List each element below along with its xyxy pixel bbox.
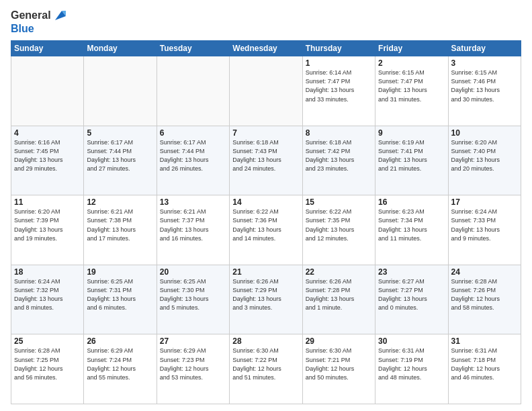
day-number: 14 — [232, 197, 299, 207]
calendar-cell: 29Sunrise: 6:30 AM Sunset: 7:21 PM Dayli… — [302, 334, 375, 404]
calendar-cell — [230, 56, 302, 126]
calendar-cell: 20Sunrise: 6:25 AM Sunset: 7:30 PM Dayli… — [157, 265, 229, 334]
day-info: Sunrise: 6:28 AM Sunset: 7:26 PM Dayligh… — [451, 277, 518, 312]
day-info: Sunrise: 6:14 AM Sunset: 7:47 PM Dayligh… — [306, 68, 372, 103]
day-number: 31 — [451, 336, 518, 346]
day-number: 18 — [14, 267, 81, 277]
logo-text: General Blue — [11, 8, 67, 35]
calendar-cell: 15Sunrise: 6:22 AM Sunset: 7:35 PM Dayli… — [302, 195, 375, 265]
day-number: 12 — [87, 197, 153, 207]
day-number: 2 — [378, 58, 445, 68]
day-info: Sunrise: 6:25 AM Sunset: 7:30 PM Dayligh… — [160, 277, 226, 312]
calendar-week-1: 1Sunrise: 6:14 AM Sunset: 7:47 PM Daylig… — [11, 56, 521, 126]
calendar-cell: 14Sunrise: 6:22 AM Sunset: 7:36 PM Dayli… — [230, 195, 302, 265]
calendar-cell: 28Sunrise: 6:30 AM Sunset: 7:22 PM Dayli… — [230, 334, 302, 404]
calendar-cell: 13Sunrise: 6:21 AM Sunset: 7:37 PM Dayli… — [157, 195, 229, 265]
calendar-cell: 17Sunrise: 6:24 AM Sunset: 7:33 PM Dayli… — [448, 195, 521, 265]
day-number: 3 — [451, 58, 518, 68]
calendar-cell — [84, 56, 157, 126]
day-info: Sunrise: 6:29 AM Sunset: 7:23 PM Dayligh… — [160, 347, 226, 381]
day-number: 10 — [451, 128, 518, 138]
day-number: 5 — [87, 128, 153, 138]
day-number: 21 — [232, 267, 299, 277]
day-info: Sunrise: 6:17 AM Sunset: 7:44 PM Dayligh… — [160, 138, 226, 173]
day-info: Sunrise: 6:19 AM Sunset: 7:41 PM Dayligh… — [378, 138, 445, 173]
calendar-cell: 25Sunrise: 6:28 AM Sunset: 7:25 PM Dayli… — [11, 334, 84, 404]
day-info: Sunrise: 6:26 AM Sunset: 7:29 PM Dayligh… — [232, 277, 299, 312]
day-number: 19 — [87, 267, 153, 277]
calendar-cell: 27Sunrise: 6:29 AM Sunset: 7:23 PM Dayli… — [157, 334, 229, 404]
day-number: 24 — [451, 267, 518, 277]
day-number: 13 — [160, 197, 226, 207]
calendar-cell: 4Sunrise: 6:16 AM Sunset: 7:45 PM Daylig… — [11, 126, 84, 195]
day-info: Sunrise: 6:22 AM Sunset: 7:36 PM Dayligh… — [232, 208, 299, 242]
day-info: Sunrise: 6:15 AM Sunset: 7:47 PM Dayligh… — [378, 68, 445, 103]
day-number: 17 — [451, 197, 518, 207]
day-number: 27 — [160, 336, 226, 346]
day-info: Sunrise: 6:21 AM Sunset: 7:37 PM Dayligh… — [160, 208, 226, 242]
calendar-cell: 16Sunrise: 6:23 AM Sunset: 7:34 PM Dayli… — [375, 195, 448, 265]
day-number: 9 — [378, 128, 445, 138]
day-info: Sunrise: 6:23 AM Sunset: 7:34 PM Dayligh… — [378, 208, 445, 242]
calendar-cell: 2Sunrise: 6:15 AM Sunset: 7:47 PM Daylig… — [375, 56, 448, 126]
day-number: 26 — [87, 336, 153, 346]
day-number: 16 — [378, 197, 445, 207]
calendar-cell: 6Sunrise: 6:17 AM Sunset: 7:44 PM Daylig… — [157, 126, 229, 195]
calendar-cell: 24Sunrise: 6:28 AM Sunset: 7:26 PM Dayli… — [448, 265, 521, 334]
day-info: Sunrise: 6:30 AM Sunset: 7:21 PM Dayligh… — [306, 347, 372, 381]
day-info: Sunrise: 6:31 AM Sunset: 7:18 PM Dayligh… — [451, 347, 518, 381]
day-info: Sunrise: 6:20 AM Sunset: 7:39 PM Dayligh… — [14, 208, 81, 242]
day-number: 20 — [160, 267, 226, 277]
day-number: 7 — [232, 128, 299, 138]
day-info: Sunrise: 6:16 AM Sunset: 7:45 PM Dayligh… — [14, 138, 81, 173]
logo-blue: Blue — [11, 23, 67, 35]
day-info: Sunrise: 6:15 AM Sunset: 7:46 PM Dayligh… — [451, 68, 518, 103]
day-info: Sunrise: 6:25 AM Sunset: 7:31 PM Dayligh… — [87, 277, 153, 312]
day-number: 23 — [378, 267, 445, 277]
day-number: 22 — [306, 267, 372, 277]
calendar-table: SundayMondayTuesdayWednesdayThursdayFrid… — [11, 40, 521, 404]
day-info: Sunrise: 6:24 AM Sunset: 7:32 PM Dayligh… — [14, 277, 81, 312]
day-info: Sunrise: 6:22 AM Sunset: 7:35 PM Dayligh… — [306, 208, 372, 242]
calendar-cell: 19Sunrise: 6:25 AM Sunset: 7:31 PM Dayli… — [84, 265, 157, 334]
day-number: 15 — [306, 197, 372, 207]
calendar-header-saturday: Saturday — [448, 41, 521, 56]
calendar-cell: 31Sunrise: 6:31 AM Sunset: 7:18 PM Dayli… — [448, 334, 521, 404]
header: General Blue — [11, 8, 521, 35]
calendar-header-sunday: Sunday — [11, 41, 84, 56]
day-info: Sunrise: 6:24 AM Sunset: 7:33 PM Dayligh… — [451, 208, 518, 242]
calendar-header-wednesday: Wednesday — [230, 41, 302, 56]
calendar-cell: 22Sunrise: 6:26 AM Sunset: 7:28 PM Dayli… — [302, 265, 375, 334]
calendar-cell: 18Sunrise: 6:24 AM Sunset: 7:32 PM Dayli… — [11, 265, 84, 334]
day-number: 28 — [232, 336, 299, 346]
calendar-cell: 26Sunrise: 6:29 AM Sunset: 7:24 PM Dayli… — [84, 334, 157, 404]
day-info: Sunrise: 6:27 AM Sunset: 7:27 PM Dayligh… — [378, 277, 445, 312]
calendar-header-row: SundayMondayTuesdayWednesdayThursdayFrid… — [11, 41, 521, 56]
logo-general: General — [11, 9, 51, 21]
day-number: 4 — [14, 128, 81, 138]
day-info: Sunrise: 6:29 AM Sunset: 7:24 PM Dayligh… — [87, 347, 153, 381]
logo: General Blue — [11, 8, 67, 35]
calendar-header-thursday: Thursday — [302, 41, 375, 56]
calendar-cell: 9Sunrise: 6:19 AM Sunset: 7:41 PM Daylig… — [375, 126, 448, 195]
calendar-cell: 12Sunrise: 6:21 AM Sunset: 7:38 PM Dayli… — [84, 195, 157, 265]
day-info: Sunrise: 6:17 AM Sunset: 7:44 PM Dayligh… — [87, 138, 153, 173]
day-info: Sunrise: 6:26 AM Sunset: 7:28 PM Dayligh… — [306, 277, 372, 312]
calendar-cell: 21Sunrise: 6:26 AM Sunset: 7:29 PM Dayli… — [230, 265, 302, 334]
calendar-header-friday: Friday — [375, 41, 448, 56]
calendar-header-monday: Monday — [84, 41, 157, 56]
calendar-cell: 7Sunrise: 6:18 AM Sunset: 7:43 PM Daylig… — [230, 126, 302, 195]
calendar-cell — [157, 56, 229, 126]
calendar-cell — [11, 56, 84, 126]
day-info: Sunrise: 6:30 AM Sunset: 7:22 PM Dayligh… — [232, 347, 299, 381]
calendar-cell: 8Sunrise: 6:18 AM Sunset: 7:42 PM Daylig… — [302, 126, 375, 195]
logo-icon — [52, 8, 67, 23]
day-info: Sunrise: 6:31 AM Sunset: 7:19 PM Dayligh… — [378, 347, 445, 381]
day-number: 8 — [306, 128, 372, 138]
day-number: 11 — [14, 197, 81, 207]
day-info: Sunrise: 6:18 AM Sunset: 7:42 PM Dayligh… — [306, 138, 372, 173]
calendar-cell: 5Sunrise: 6:17 AM Sunset: 7:44 PM Daylig… — [84, 126, 157, 195]
page: General Blue SundayMondayTuesdayWednesda… — [0, 0, 532, 411]
day-number: 30 — [378, 336, 445, 346]
calendar-header-tuesday: Tuesday — [157, 41, 229, 56]
